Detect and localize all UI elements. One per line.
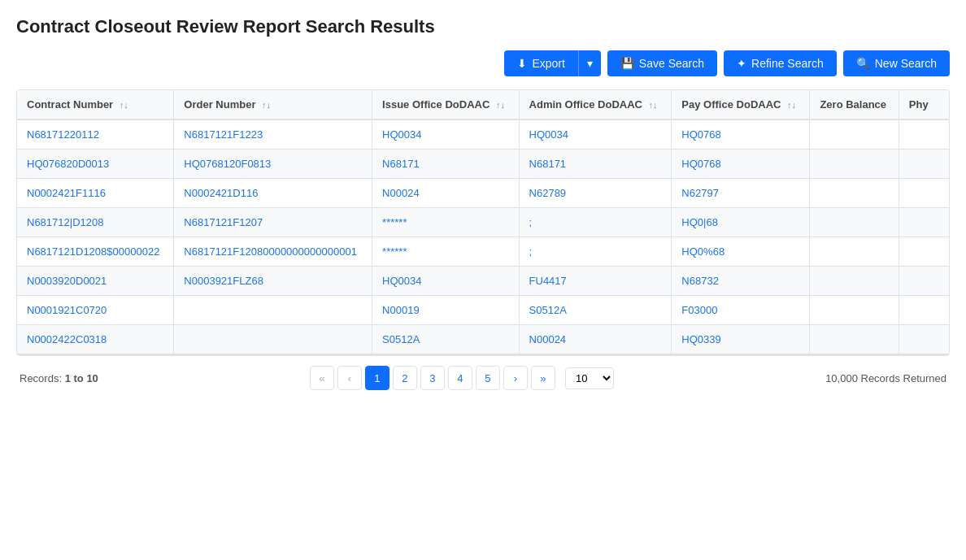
cell-order_number[interactable]: N0003921FLZ68 bbox=[174, 267, 372, 296]
cell-phy[interactable] bbox=[899, 325, 949, 354]
save-search-button[interactable]: 💾 Save Search bbox=[607, 50, 717, 76]
export-button[interactable]: ⬇ Export bbox=[504, 50, 578, 76]
cell-pay_office_dodaac[interactable]: N62797 bbox=[672, 179, 810, 208]
cell-issue_office_dodaac[interactable]: N68171 bbox=[372, 150, 519, 179]
cell-admin_office_dodaac[interactable]: N00024 bbox=[519, 325, 672, 354]
search-icon: 🔍 bbox=[856, 57, 870, 70]
records-range-value: 1 to 10 bbox=[65, 372, 98, 384]
total-records: 10,000 Records Returned bbox=[825, 372, 946, 384]
chevron-down-icon: ▾ bbox=[587, 57, 593, 70]
prev-page-button[interactable]: ‹ bbox=[337, 366, 362, 390]
cell-admin_office_dodaac[interactable]: N68171 bbox=[519, 150, 672, 179]
page-button-5[interactable]: 5 bbox=[476, 366, 500, 390]
cell-admin_office_dodaac[interactable]: ; bbox=[519, 237, 672, 267]
cell-contract_number[interactable]: N6817121D1208$00000022 bbox=[17, 237, 174, 267]
cell-admin_office_dodaac[interactable]: HQ0034 bbox=[519, 119, 672, 150]
cell-contract_number[interactable]: N0002421F1116 bbox=[17, 179, 174, 208]
cell-order_number[interactable] bbox=[174, 325, 372, 354]
sort-icon-admin: ↑↓ bbox=[649, 100, 658, 110]
cell-zero_balance[interactable] bbox=[810, 208, 899, 237]
cell-issue_office_dodaac[interactable]: HQ0034 bbox=[372, 267, 519, 296]
export-group: ⬇ Export ▾ bbox=[504, 50, 600, 76]
cell-pay_office_dodaac[interactable]: HQ0768 bbox=[672, 150, 810, 179]
page-button-1[interactable]: 1 bbox=[365, 366, 389, 390]
cell-contract_number[interactable]: N0003920D0021 bbox=[17, 267, 174, 296]
cell-admin_office_dodaac[interactable]: ; bbox=[519, 208, 672, 237]
cell-order_number[interactable]: N6817121F12080000000000000001 bbox=[174, 237, 372, 267]
cell-contract_number[interactable]: N0001921C0720 bbox=[17, 296, 174, 325]
cell-issue_office_dodaac[interactable]: S0512A bbox=[372, 325, 519, 354]
table-row[interactable]: HQ076820D0013HQ0768120F0813N68171N68171H… bbox=[17, 150, 949, 179]
cell-pay_office_dodaac[interactable]: N68732 bbox=[672, 267, 810, 296]
cell-phy[interactable] bbox=[899, 267, 949, 296]
first-page-button[interactable]: « bbox=[310, 366, 334, 390]
page-button-2[interactable]: 2 bbox=[393, 366, 417, 390]
next-page-button[interactable]: › bbox=[503, 366, 528, 390]
refine-icon: ✦ bbox=[737, 57, 746, 70]
cell-contract_number[interactable]: N0002422C0318 bbox=[17, 325, 174, 354]
cell-order_number[interactable]: N6817121F1207 bbox=[174, 208, 372, 237]
cell-order_number[interactable]: N0002421D116 bbox=[174, 179, 372, 208]
table-row[interactable]: N0003920D0021N0003921FLZ68HQ0034FU4417N6… bbox=[17, 267, 949, 296]
cell-issue_office_dodaac[interactable]: ****** bbox=[372, 208, 519, 237]
export-dropdown-button[interactable]: ▾ bbox=[579, 50, 601, 76]
table-row[interactable]: N0001921C0720N00019S0512AF03000 bbox=[17, 296, 949, 325]
cell-zero_balance[interactable] bbox=[810, 119, 899, 150]
table-row[interactable]: N6817121D1208$00000022N6817121F120800000… bbox=[17, 237, 949, 267]
page-title: Contract Closeout Review Report Search R… bbox=[16, 16, 950, 37]
col-header-issue-office[interactable]: Issue Office DoDAAC ↑↓ bbox=[372, 90, 519, 119]
table-row[interactable]: N0002421F1116N0002421D116N00024N62789N62… bbox=[17, 179, 949, 208]
cell-contract_number[interactable]: N68171220112 bbox=[17, 119, 174, 150]
cell-phy[interactable] bbox=[899, 296, 949, 325]
cell-phy[interactable] bbox=[899, 179, 949, 208]
page-button-3[interactable]: 3 bbox=[420, 366, 445, 390]
export-down-icon: ⬇ bbox=[517, 57, 527, 70]
cell-zero_balance[interactable] bbox=[810, 325, 899, 354]
cell-admin_office_dodaac[interactable]: N62789 bbox=[519, 179, 672, 208]
cell-issue_office_dodaac[interactable]: HQ0034 bbox=[372, 119, 519, 150]
cell-issue_office_dodaac[interactable]: ****** bbox=[372, 237, 519, 267]
cell-order_number[interactable] bbox=[174, 296, 372, 325]
per-page-select[interactable]: 10 25 50 100 bbox=[565, 367, 614, 389]
cell-contract_number[interactable]: N681712|D1208 bbox=[17, 208, 174, 237]
new-search-button[interactable]: 🔍 New Search bbox=[843, 50, 950, 76]
cell-zero_balance[interactable] bbox=[810, 179, 899, 208]
cell-zero_balance[interactable] bbox=[810, 237, 899, 267]
col-header-contract-number[interactable]: Contract Number ↑↓ bbox=[17, 90, 174, 119]
cell-issue_office_dodaac[interactable]: N00024 bbox=[372, 179, 519, 208]
cell-zero_balance[interactable] bbox=[810, 150, 899, 179]
cell-pay_office_dodaac[interactable]: HQ0|68 bbox=[672, 208, 810, 237]
cell-zero_balance[interactable] bbox=[810, 267, 899, 296]
page-button-4[interactable]: 4 bbox=[448, 366, 472, 390]
sort-icon-order: ↑↓ bbox=[262, 100, 271, 110]
cell-phy[interactable] bbox=[899, 119, 949, 150]
cell-pay_office_dodaac[interactable]: HQ0339 bbox=[672, 325, 810, 354]
col-header-phy: Phy bbox=[899, 90, 949, 119]
cell-zero_balance[interactable] bbox=[810, 296, 899, 325]
pagination-info: Records: 1 to 10 bbox=[20, 372, 98, 384]
col-header-admin-office[interactable]: Admin Office DoDAAC ↑↓ bbox=[519, 90, 672, 119]
cell-pay_office_dodaac[interactable]: HQ0%68 bbox=[672, 237, 810, 267]
table-row[interactable]: N0002422C0318S0512AN00024HQ0339 bbox=[17, 325, 949, 354]
col-header-pay-office[interactable]: Pay Office DoDAAC ↑↓ bbox=[672, 90, 810, 119]
last-page-button[interactable]: » bbox=[531, 366, 555, 390]
cell-admin_office_dodaac[interactable]: FU4417 bbox=[519, 267, 672, 296]
table-scroll-area[interactable]: Contract Number ↑↓ Order Number ↑↓ Issue… bbox=[17, 90, 949, 355]
cell-order_number[interactable]: N6817121F1223 bbox=[174, 119, 372, 150]
results-table: Contract Number ↑↓ Order Number ↑↓ Issue… bbox=[17, 90, 949, 354]
cell-pay_office_dodaac[interactable]: F03000 bbox=[672, 296, 810, 325]
table-header-row: Contract Number ↑↓ Order Number ↑↓ Issue… bbox=[17, 90, 949, 119]
cell-phy[interactable] bbox=[899, 237, 949, 267]
cell-admin_office_dodaac[interactable]: S0512A bbox=[519, 296, 672, 325]
col-header-zero-balance: Zero Balance bbox=[810, 90, 899, 119]
refine-search-button[interactable]: ✦ Refine Search bbox=[724, 50, 837, 76]
table-row[interactable]: N681712|D1208N6817121F1207******;HQ0|68 bbox=[17, 208, 949, 237]
cell-contract_number[interactable]: HQ076820D0013 bbox=[17, 150, 174, 179]
table-row[interactable]: N68171220112N6817121F1223HQ0034HQ0034HQ0… bbox=[17, 119, 949, 150]
cell-phy[interactable] bbox=[899, 208, 949, 237]
cell-issue_office_dodaac[interactable]: N00019 bbox=[372, 296, 519, 325]
cell-order_number[interactable]: HQ0768120F0813 bbox=[174, 150, 372, 179]
cell-phy[interactable] bbox=[899, 150, 949, 179]
col-header-order-number[interactable]: Order Number ↑↓ bbox=[174, 90, 372, 119]
cell-pay_office_dodaac[interactable]: HQ0768 bbox=[672, 119, 810, 150]
